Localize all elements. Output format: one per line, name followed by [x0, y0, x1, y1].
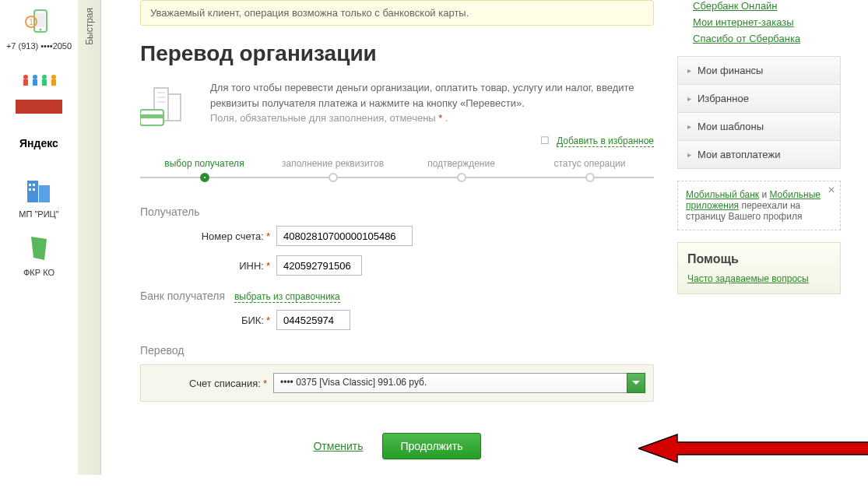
right-sidebar: Сбербанк Онлайн Мои интернет-заказы Спас… — [677, 0, 849, 475]
steps-tracker: выбор получателя заполнение реквизитов п… — [140, 158, 654, 182]
label-debit-account: Счет списания:* — [149, 378, 273, 389]
step-4: статус операции — [525, 158, 654, 182]
svg-text:1: 1 — [29, 18, 33, 26]
sidebar-red-label — [16, 100, 62, 114]
svg-rect-8 — [33, 79, 37, 86]
chevron-right-icon: ▸ — [687, 94, 691, 103]
help-title: Помощь — [687, 252, 831, 266]
chevron-right-icon: ▸ — [687, 122, 691, 131]
svg-rect-6 — [23, 79, 28, 86]
accordion: ▸Мои финансы ▸Избранное ▸Мои шаблоны ▸Мо… — [677, 56, 841, 169]
link-internet-orders[interactable]: Мои интернет-заказы — [677, 16, 841, 28]
sidebar-item-ric[interactable]: МП "РИЦ" — [19, 172, 58, 219]
svg-rect-17 — [29, 184, 31, 186]
sidebar-fkr-label: ФКР КО — [23, 268, 54, 277]
phone-icon: 1 — [19, 4, 58, 39]
bik-input[interactable] — [276, 310, 350, 330]
svg-point-7 — [33, 75, 37, 79]
region-icon — [19, 230, 58, 265]
chevron-right-icon: ▸ — [687, 66, 691, 75]
label-account: Номер счета:* — [140, 230, 276, 242]
bank-directory-link[interactable]: выбрать из справочника — [234, 291, 340, 303]
quick-tab-label: Быстрая — [84, 8, 95, 45]
intro-text: Для того чтобы перевести деньги организа… — [210, 80, 654, 127]
arrow-annotation — [638, 433, 868, 466]
main-content: Уважаемый клиент, операция возможна толь… — [101, 0, 677, 475]
accordion-autopay[interactable]: ▸Мои автоплатежи — [677, 141, 841, 169]
accordion-finances[interactable]: ▸Мои финансы — [677, 56, 841, 85]
building-icon — [19, 172, 58, 207]
svg-marker-28 — [638, 434, 868, 462]
svg-rect-27 — [140, 114, 163, 118]
step-2: заполнение реквизитов — [269, 158, 397, 182]
debit-account-select[interactable]: •••• 0375 [Visa Classic] 991.06 руб. — [273, 373, 627, 393]
step-3: подтверждение — [397, 158, 525, 182]
close-icon[interactable]: ✕ — [828, 184, 835, 195]
bookmark-icon: ☐ — [540, 135, 550, 146]
step-1: выбор получателя — [140, 158, 269, 182]
quick-tab[interactable]: Быстрая — [78, 0, 101, 475]
link-spasibo[interactable]: Спасибо от Сбербанка — [677, 33, 841, 44]
accordion-favorites[interactable]: ▸Избранное — [677, 85, 841, 113]
section-recipient: Получатель — [140, 206, 654, 218]
svg-rect-16 — [39, 185, 50, 202]
yandex-icon: Яндекс — [19, 125, 58, 160]
label-bik: БИК:* — [140, 315, 276, 326]
svg-rect-22 — [168, 94, 181, 121]
alert-banner: Уважаемый клиент, операция возможна толь… — [140, 0, 654, 26]
sidebar-item-1[interactable] — [16, 62, 62, 114]
section-transfer: Перевод — [140, 344, 654, 357]
help-box: Помощь Часто задаваемые вопросы — [677, 242, 841, 294]
right-top-links: Сбербанк Онлайн Мои интернет-заказы Спас… — [677, 0, 841, 44]
people-icon — [19, 62, 58, 97]
org-transfer-icon — [140, 80, 195, 127]
svg-point-5 — [23, 75, 28, 79]
link-sberbank-online[interactable]: Сбербанк Онлайн — [677, 0, 841, 12]
debit-account-dropdown-button[interactable] — [627, 373, 645, 393]
sidebar-phone-item[interactable]: 1 +7 (913) ••••2050 — [6, 4, 72, 51]
svg-rect-10 — [42, 79, 47, 86]
submit-button[interactable]: Продолжить — [382, 433, 480, 459]
cancel-link[interactable]: Отменить — [313, 440, 363, 452]
accordion-templates[interactable]: ▸Мои шаблоны — [677, 113, 841, 141]
section-bank: Банк получателя выбрать из справочника — [140, 290, 654, 302]
svg-point-11 — [51, 75, 56, 79]
notice-box: ✕ Мобильный банк и Мобильные приложения … — [677, 181, 841, 230]
left-sidebar: 1 +7 (913) ••••2050 Яндекс МП "РИЦ" — [0, 0, 78, 475]
sidebar-ric-label: МП "РИЦ" — [19, 209, 58, 219]
page-title: Перевод организации — [140, 41, 654, 66]
add-favorite-link[interactable]: Добавить в избранное — [557, 135, 654, 147]
chevron-right-icon: ▸ — [687, 150, 691, 159]
account-input[interactable] — [276, 226, 413, 246]
svg-rect-19 — [29, 188, 31, 191]
sidebar-item-yandex[interactable]: Яндекс — [19, 125, 58, 160]
alert-text: Уважаемый клиент, операция возможна толь… — [150, 7, 469, 19]
svg-rect-12 — [51, 79, 56, 86]
sidebar-phone-label: +7 (913) ••••2050 — [6, 41, 72, 51]
svg-rect-1 — [36, 13, 45, 27]
inn-input[interactable] — [276, 255, 362, 276]
svg-rect-20 — [33, 188, 35, 191]
label-inn: ИНН:* — [140, 260, 276, 272]
sidebar-item-fkr[interactable]: ФКР КО — [19, 230, 58, 277]
faq-link[interactable]: Часто задаваемые вопросы — [687, 273, 809, 284]
svg-rect-18 — [33, 184, 35, 186]
mobile-bank-link[interactable]: Мобильный банк — [686, 189, 759, 200]
svg-point-9 — [42, 75, 47, 79]
svg-point-2 — [40, 28, 42, 30]
